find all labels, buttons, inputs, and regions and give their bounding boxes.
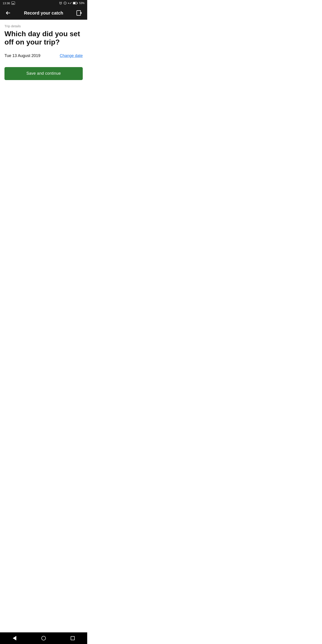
main-content: Trip details Which day did you set off o… xyxy=(0,20,87,158)
change-date-button[interactable]: Change date xyxy=(60,54,83,58)
status-bar: 13:36 R 53% xyxy=(0,0,87,6)
image-icon xyxy=(12,2,15,5)
status-time: 13:36 xyxy=(3,2,10,5)
svg-text:R: R xyxy=(68,2,69,4)
battery-icon xyxy=(73,2,78,4)
alarm-icon xyxy=(59,2,62,5)
exit-icon xyxy=(76,10,82,16)
svg-line-4 xyxy=(70,2,72,4)
nav-bar: Record your catch xyxy=(0,6,87,20)
svg-rect-7 xyxy=(73,2,75,4)
exit-button[interactable] xyxy=(75,8,84,18)
status-bar-right: R 53% xyxy=(59,2,84,5)
battery-percent: 53% xyxy=(79,2,84,5)
signal-icon: R xyxy=(68,2,72,5)
date-value: Tue 13 August 2019 xyxy=(4,54,40,58)
dnd-icon xyxy=(64,2,67,5)
svg-rect-6 xyxy=(77,3,78,4)
section-label: Trip details xyxy=(4,24,83,28)
date-row: Tue 13 August 2019 Change date xyxy=(4,54,83,58)
page-title: Record your catch xyxy=(12,10,75,16)
back-arrow-icon xyxy=(5,10,11,16)
question-heading: Which day did you set off on your trip? xyxy=(4,30,83,46)
save-continue-button[interactable]: Save and continue xyxy=(4,67,83,80)
back-button[interactable] xyxy=(4,8,12,18)
status-bar-left: 13:36 xyxy=(3,2,15,5)
